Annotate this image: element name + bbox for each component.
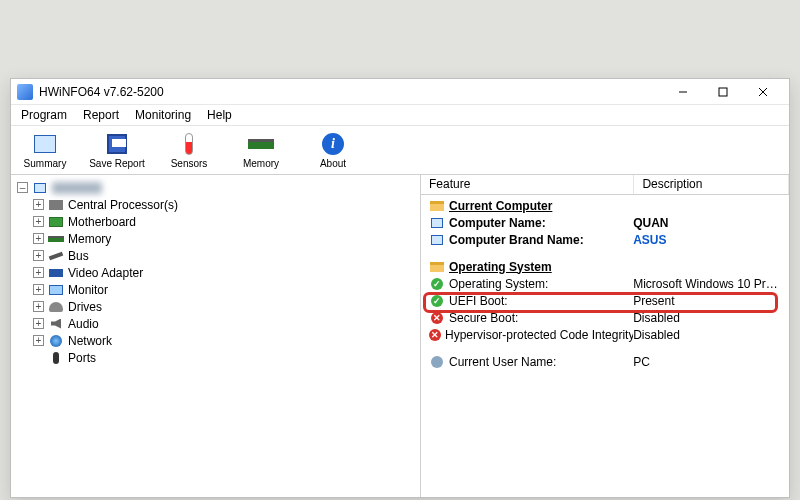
toolbar: Summary Save Report Sensors Memory i Abo… (11, 125, 789, 175)
tree-root[interactable]: – (13, 179, 418, 196)
expand-icon[interactable]: + (33, 267, 44, 278)
row-uefi[interactable]: ✓UEFI Boot: Present (421, 292, 789, 309)
tree-item-label: Video Adapter (68, 266, 143, 280)
expand-icon[interactable]: + (33, 335, 44, 346)
expand-icon[interactable]: + (33, 199, 44, 210)
current-computer-label: Current Computer (449, 199, 552, 213)
user-icon (431, 356, 443, 368)
tree-item-cpu[interactable]: +Central Processor(s) (13, 196, 418, 213)
os-value: Microsoft Windows 10 Professional ... (633, 277, 781, 291)
tree-item-port[interactable]: Ports (13, 349, 418, 366)
computer-icon (34, 183, 46, 193)
os-header-label: Operating System (449, 260, 552, 274)
save-icon (107, 134, 127, 154)
mobo-icon (49, 217, 63, 227)
cross-icon: ✕ (431, 312, 443, 324)
menu-monitoring[interactable]: Monitoring (129, 106, 197, 124)
spacer (421, 248, 789, 258)
expand-icon[interactable]: + (33, 216, 44, 227)
row-secure-boot[interactable]: ✕Secure Boot: Disabled (421, 309, 789, 326)
tree-item-net[interactable]: +Network (13, 332, 418, 349)
secure-value: Disabled (633, 311, 781, 325)
os-label: Operating System: (449, 277, 548, 291)
row-hvci[interactable]: ✕Hypervisor-protected Code Integrity... … (421, 326, 789, 343)
menubar: Program Report Monitoring Help (11, 105, 789, 125)
folder-icon (430, 201, 444, 211)
vga-icon (49, 269, 63, 277)
row-user[interactable]: Current User Name: PC (421, 353, 789, 370)
tree-item-mem[interactable]: +Memory (13, 230, 418, 247)
tree-item-label: Bus (68, 249, 89, 263)
column-headers: Feature Description (421, 175, 789, 195)
row-current-computer-header[interactable]: Current Computer (421, 197, 789, 214)
cross-icon: ✕ (429, 329, 441, 341)
uefi-label: UEFI Boot: (449, 294, 508, 308)
row-brand-name[interactable]: Computer Brand Name: ASUS (421, 231, 789, 248)
tree-item-monitor[interactable]: +Monitor (13, 281, 418, 298)
computer-name-label: Computer Name: (449, 216, 546, 230)
monitor-icon (49, 285, 63, 295)
detail-rows: Current Computer Computer Name: QUAN Com… (421, 195, 789, 497)
device-tree[interactable]: – +Central Processor(s)+Motherboard+Memo… (11, 175, 421, 497)
tree-item-label: Motherboard (68, 215, 136, 229)
tree-item-label: Central Processor(s) (68, 198, 178, 212)
expand-icon[interactable]: + (33, 233, 44, 244)
folder-icon (430, 262, 444, 272)
drive-icon (49, 302, 63, 312)
user-value: PC (633, 355, 781, 369)
spacer (421, 343, 789, 353)
tree-item-bus[interactable]: +Bus (13, 247, 418, 264)
info-icon: i (322, 133, 344, 155)
toolbar-memory[interactable]: Memory (233, 127, 289, 173)
bus-icon (49, 251, 64, 260)
secure-label: Secure Boot: (449, 311, 518, 325)
app-icon (17, 84, 33, 100)
toolbar-about-label: About (320, 158, 346, 169)
monitor-icon (34, 135, 56, 153)
toolbar-save-report[interactable]: Save Report (89, 127, 145, 173)
memory-icon (248, 139, 274, 149)
minimize-button[interactable] (663, 79, 703, 105)
hvci-label: Hypervisor-protected Code Integrity... (445, 328, 633, 342)
tree-item-audio[interactable]: +Audio (13, 315, 418, 332)
toolbar-sensors[interactable]: Sensors (161, 127, 217, 173)
toolbar-memory-label: Memory (243, 158, 279, 169)
audio-icon (51, 319, 61, 329)
tree-item-drive[interactable]: +Drives (13, 298, 418, 315)
titlebar: HWiNFO64 v7.62-5200 (11, 79, 789, 105)
brand-label: Computer Brand Name: (449, 233, 584, 247)
root-label-blurred (52, 182, 102, 194)
menu-report[interactable]: Report (77, 106, 125, 124)
expand-icon[interactable]: + (33, 284, 44, 295)
cpu-icon (49, 200, 63, 210)
user-label: Current User Name: (449, 355, 556, 369)
col-description[interactable]: Description (634, 175, 789, 194)
window-controls (663, 79, 783, 105)
tree-item-mobo[interactable]: +Motherboard (13, 213, 418, 230)
expand-icon[interactable]: + (33, 318, 44, 329)
tree-item-label: Network (68, 334, 112, 348)
expand-icon[interactable]: + (33, 301, 44, 312)
port-icon (53, 352, 59, 364)
check-icon: ✓ (431, 295, 443, 307)
row-os[interactable]: ✓Operating System: Microsoft Windows 10 … (421, 275, 789, 292)
detail-panel: Feature Description Current Computer Com… (421, 175, 789, 497)
toolbar-about[interactable]: i About (305, 127, 361, 173)
expand-icon[interactable]: + (33, 250, 44, 261)
menu-help[interactable]: Help (201, 106, 238, 124)
row-computer-name[interactable]: Computer Name: QUAN (421, 214, 789, 231)
tree-item-label: Ports (68, 351, 96, 365)
close-button[interactable] (743, 79, 783, 105)
collapse-icon[interactable]: – (17, 182, 28, 193)
toolbar-summary[interactable]: Summary (17, 127, 73, 173)
svg-rect-1 (719, 88, 727, 96)
maximize-button[interactable] (703, 79, 743, 105)
computer-icon (431, 218, 443, 228)
col-feature[interactable]: Feature (421, 175, 634, 194)
net-icon (50, 335, 62, 347)
row-os-header[interactable]: Operating System (421, 258, 789, 275)
toolbar-save-label: Save Report (89, 158, 145, 169)
menu-program[interactable]: Program (15, 106, 73, 124)
tree-item-vga[interactable]: +Video Adapter (13, 264, 418, 281)
computer-icon (431, 235, 443, 245)
